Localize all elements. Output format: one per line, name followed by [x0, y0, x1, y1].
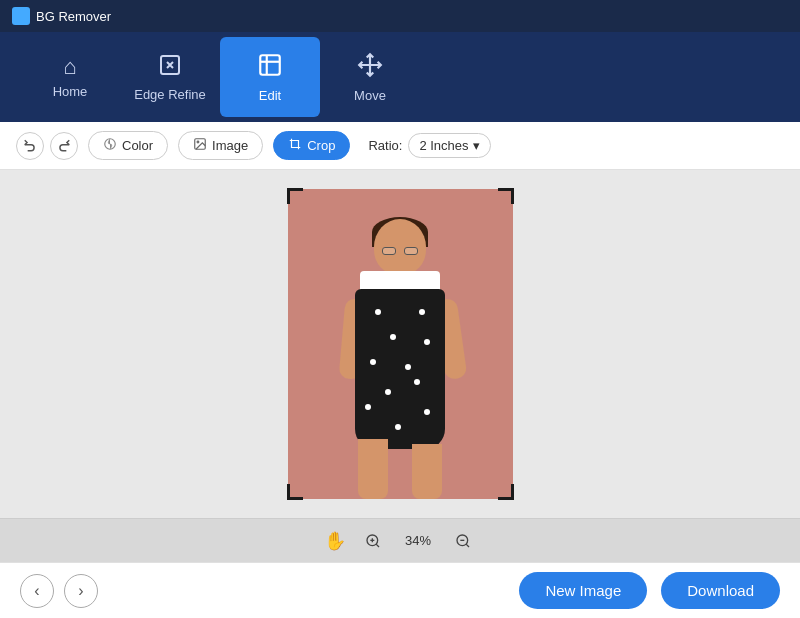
home-icon: ⌂	[63, 56, 76, 78]
zoom-out-button[interactable]	[450, 528, 476, 554]
color-button[interactable]: Color	[88, 131, 168, 160]
nav-item-home[interactable]: ⌂ Home	[20, 37, 120, 117]
move-icon	[357, 52, 383, 82]
color-icon	[103, 137, 117, 154]
new-image-button[interactable]: New Image	[519, 572, 647, 609]
svg-line-12	[466, 544, 469, 547]
crop-button[interactable]: Crop	[273, 131, 350, 160]
nav-label-home: Home	[53, 84, 88, 99]
action-buttons: New Image Download	[519, 572, 780, 609]
image-container	[288, 189, 513, 499]
next-button[interactable]: ›	[64, 574, 98, 608]
svg-rect-1	[260, 55, 280, 75]
svg-point-6	[197, 141, 199, 143]
nav-item-edge-refine[interactable]: Edge Refine	[120, 37, 220, 117]
zoom-in-button[interactable]	[360, 528, 386, 554]
image-label: Image	[212, 138, 248, 153]
ratio-value: 2 Inches	[419, 138, 468, 153]
nav-arrows: ‹ ›	[20, 574, 98, 608]
pan-tool-icon[interactable]: ✋	[324, 530, 346, 552]
ratio-label: Ratio:	[368, 138, 402, 153]
app-title: BG Remover	[36, 9, 111, 24]
crop-icon	[288, 137, 302, 154]
redo-button[interactable]	[50, 132, 78, 160]
toolbar: Color Image Crop Ratio: 2 Inches ▾	[0, 122, 800, 170]
undo-button[interactable]	[16, 132, 44, 160]
edit-icon	[257, 52, 283, 82]
image-icon	[193, 137, 207, 154]
download-button[interactable]: Download	[661, 572, 780, 609]
nav-item-move[interactable]: Move	[320, 37, 420, 117]
app-icon	[12, 7, 30, 25]
person-dress	[355, 289, 445, 449]
edge-refine-icon	[158, 53, 182, 81]
nav-item-edit[interactable]: Edit	[220, 37, 320, 117]
color-label: Color	[122, 138, 153, 153]
prev-button[interactable]: ‹	[20, 574, 54, 608]
undo-redo-group	[16, 132, 78, 160]
ratio-dropdown[interactable]: 2 Inches ▾	[408, 133, 490, 158]
svg-line-8	[376, 544, 379, 547]
crop-label: Crop	[307, 138, 335, 153]
titlebar: BG Remover	[0, 0, 800, 32]
person-figure	[330, 209, 470, 499]
image-button[interactable]: Image	[178, 131, 263, 160]
person-head	[374, 219, 426, 275]
chevron-down-icon: ▾	[473, 138, 480, 153]
nav-label-move: Move	[354, 88, 386, 103]
nav-label-edge-refine: Edge Refine	[134, 87, 206, 102]
main-canvas	[0, 170, 800, 518]
navbar: ⌂ Home Edge Refine Edit Move	[0, 32, 800, 122]
bottom-bar: ‹ › New Image Download	[0, 562, 800, 618]
ratio-group: Ratio: 2 Inches ▾	[368, 133, 490, 158]
leg-right	[412, 444, 442, 499]
leg-left	[358, 439, 388, 499]
nav-label-edit: Edit	[259, 88, 281, 103]
zoom-bar: ✋ 34%	[0, 518, 800, 562]
image-preview	[288, 189, 513, 499]
zoom-percent: 34%	[400, 533, 436, 548]
